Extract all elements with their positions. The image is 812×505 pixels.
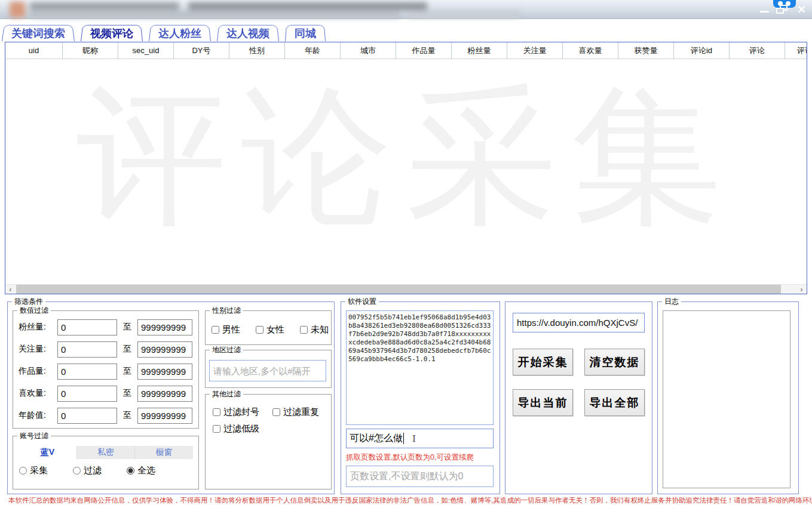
col-follow-count[interactable]: 关注量 [507, 42, 563, 58]
numeric-filter-row: 年龄值: 至 [13, 408, 198, 424]
maximize-button[interactable] [776, 5, 788, 14]
group-title: 地区过滤 [210, 346, 243, 354]
tab-keyword-search[interactable]: 关键词搜索 [2, 24, 75, 41]
likes-min-input[interactable] [57, 386, 117, 402]
software-settings-group: 软件设置 007952f5b5b741eb1ef95068a8d1b95e4d0… [341, 301, 500, 494]
checkbox-filter-duplicate-input[interactable] [272, 408, 280, 416]
checkbox-female-input[interactable] [256, 326, 263, 334]
col-sec-uid[interactable]: sec_uid [118, 42, 174, 58]
tab-same-city[interactable]: 同城 [285, 24, 326, 41]
tab-strip: 关键词搜索 视频评论 达人粉丝 达人视频 同城 [2, 24, 326, 41]
col-comment[interactable]: 评论 [730, 42, 785, 58]
col-fans-count[interactable]: 粉丝量 [452, 42, 507, 58]
scrollbar-thumb[interactable] [16, 285, 781, 294]
numeric-filter-group: 数值过滤 粉丝量: 至 关注量: 至 作品量: 至 喜欢量: [13, 310, 199, 429]
works-min-input[interactable] [57, 364, 117, 380]
keyword-input[interactable]: 可以#怎么做 I [346, 429, 494, 448]
follow-min-input[interactable] [57, 341, 117, 358]
export-current-button[interactable]: 导出当前 [513, 389, 573, 416]
scroll-right-arrow-icon[interactable]: › [796, 285, 807, 294]
radio-collect[interactable]: 采集 [19, 465, 48, 476]
age-max-input[interactable] [137, 408, 192, 424]
radio-filter-input[interactable] [73, 467, 81, 475]
radio-filter[interactable]: 过滤 [73, 465, 102, 476]
showcase-button[interactable]: 橱窗 [135, 446, 193, 459]
col-dy-id[interactable]: DY号 [174, 42, 229, 58]
page-setting-hint: 抓取页数设置,默认页数为0,可设置续爬 [346, 452, 474, 463]
checkbox-label: 女性 [266, 324, 284, 335]
scrollbar-track[interactable] [16, 285, 796, 294]
col-works-count[interactable]: 作品量 [396, 42, 452, 58]
other-filter-group: 其他过滤 过滤封号 过滤重复 过滤低级 [205, 394, 332, 489]
radio-label: 过滤 [84, 465, 102, 476]
disclaimer-text: 本软件汇总的数据均来自网络公开信息，仅供学习体验，不得商用！请勿将分析数据用于个… [0, 496, 812, 505]
radio-select-all[interactable]: 全选 [127, 465, 155, 476]
col-comment-time[interactable]: 评论时间 [785, 42, 807, 58]
table-body: 评论采集 [5, 59, 807, 284]
account-type-segments: 蓝V 私密 橱窗 [19, 446, 193, 459]
to-label: 至 [123, 322, 131, 332]
export-all-button[interactable]: 导出全部 [584, 389, 645, 416]
checkbox-female[interactable]: 女性 [256, 324, 284, 335]
checkbox-unknown-input[interactable] [300, 326, 308, 334]
checkbox-male[interactable]: 男性 [212, 324, 240, 335]
col-praised-count[interactable]: 获赞量 [618, 42, 674, 58]
follow-max-input[interactable] [137, 341, 192, 358]
checkbox-filter-banned-input[interactable] [213, 408, 220, 416]
private-button[interactable]: 私密 [77, 446, 136, 459]
account-filter-group: 账号过滤 蓝V 私密 橱窗 采集 过滤 全选 [13, 436, 199, 489]
clear-data-button[interactable]: 清空数据 [584, 349, 645, 375]
col-gender[interactable]: 性别 [229, 42, 285, 58]
checkbox-male-input[interactable] [212, 326, 219, 334]
col-nickname[interactable]: 昵称 [63, 42, 118, 58]
title-blur-block [30, 2, 179, 10]
tab-label: 关键词搜索 [11, 27, 65, 39]
region-input[interactable] [209, 360, 326, 381]
watermark-text: 评论采集 [76, 59, 736, 260]
checkbox-unknown[interactable]: 未知 [300, 324, 329, 335]
tab-influencer-videos[interactable]: 达人视频 [217, 24, 279, 41]
horizontal-scrollbar[interactable]: ‹ › [5, 284, 807, 294]
tab-label: 达人粉丝 [158, 27, 201, 39]
col-age[interactable]: 年龄 [285, 42, 341, 58]
title-blur-block [406, 11, 520, 18]
gender-checkboxes: 男性 女性 未知 [212, 324, 329, 335]
age-min-input[interactable] [57, 408, 117, 424]
checkbox-filter-duplicate[interactable]: 过滤重复 [272, 407, 319, 418]
keyword-value: 可以#怎么做 [350, 432, 403, 445]
page-count-input[interactable] [346, 466, 494, 487]
close-button[interactable]: ✕ [797, 2, 806, 17]
start-collect-button[interactable]: 开始采集 [513, 349, 573, 375]
tab-video-comments[interactable]: 视频评论 [81, 24, 143, 41]
scroll-left-arrow-icon[interactable]: ‹ [5, 285, 16, 294]
col-uid[interactable]: uid [5, 42, 63, 58]
radio-label: 全选 [137, 465, 155, 476]
col-likes-count[interactable]: 喜欢量 [563, 42, 618, 58]
row-label: 喜欢量: [19, 388, 46, 399]
checkbox-filter-lowgrade[interactable]: 过滤低级 [213, 423, 259, 435]
checkbox-filter-banned[interactable]: 过滤封号 [213, 407, 259, 418]
radio-collect-input[interactable] [19, 467, 27, 475]
share-url-input[interactable] [513, 313, 645, 332]
row-label: 关注量: [19, 344, 46, 355]
likes-max-input[interactable] [137, 386, 192, 402]
checkbox-label: 男性 [222, 324, 240, 335]
checkbox-filter-lowgrade-input[interactable] [213, 425, 220, 433]
license-key-textarea[interactable]: 007952f5b5b741eb1ef95068a8d1b95e4d03b8a4… [346, 310, 494, 425]
tab-influencer-fans[interactable]: 达人粉丝 [149, 24, 211, 41]
radio-select-all-input[interactable] [127, 467, 134, 475]
minimize-button[interactable] [760, 11, 769, 13]
row-label: 年龄值: [19, 410, 46, 421]
app-logo [10, 2, 25, 17]
log-output[interactable] [663, 310, 790, 488]
col-comment-id[interactable]: 评论id [674, 42, 730, 58]
log-group: 日志 [657, 301, 799, 494]
fans-min-input[interactable] [57, 319, 117, 335]
works-max-input[interactable] [137, 364, 192, 380]
checkbox-label: 过滤封号 [223, 407, 259, 418]
account-filter-radios: 采集 过滤 全选 [19, 465, 194, 476]
blue-v-button[interactable]: 蓝V [19, 446, 77, 459]
fans-max-input[interactable] [137, 319, 192, 335]
text-caret [403, 433, 404, 444]
col-city[interactable]: 城市 [341, 42, 396, 58]
